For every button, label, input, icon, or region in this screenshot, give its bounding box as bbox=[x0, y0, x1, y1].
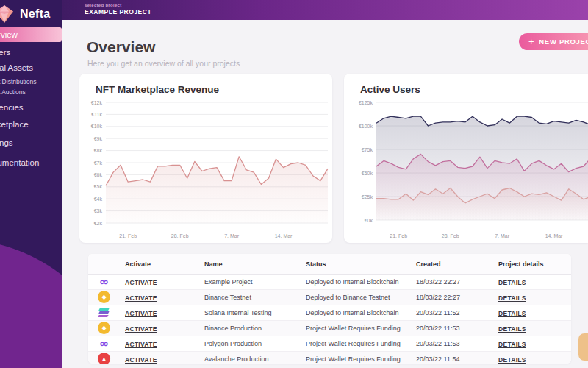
sidebar-item-label: Marketplace bbox=[0, 120, 29, 129]
sidebar-item-players[interactable]: Players bbox=[0, 46, 62, 59]
table-body: ∞ ACTIVATE Example Project Deployed to I… bbox=[88, 275, 571, 364]
revenue-chart-title: NFT Marketplace Revenue bbox=[96, 84, 219, 95]
chat-widget-button[interactable] bbox=[578, 333, 588, 361]
svg-text:€2k: €2k bbox=[94, 221, 103, 226]
sidebar-item-digital-assets[interactable]: Digital Assets bbox=[0, 61, 62, 74]
table-row: ∞ ACTIVATE Example Project Deployed to I… bbox=[88, 275, 571, 290]
table-row: ▲ ACTIVATE Avalanche Production Project … bbox=[88, 352, 571, 364]
svg-text:€3k: €3k bbox=[94, 208, 103, 213]
created-cell: 18/03/22 22:27 bbox=[416, 294, 460, 301]
sidebar-item-label: Overview bbox=[0, 30, 18, 39]
details-link[interactable]: DETAILS bbox=[498, 325, 526, 333]
svg-text:€25k: €25k bbox=[362, 194, 373, 199]
sidebar-item-overview[interactable]: Overview bbox=[0, 27, 62, 42]
project-name-cell: Polygon Production bbox=[204, 340, 262, 347]
binance-icon: ◆ bbox=[98, 291, 110, 303]
project-name-cell: Avalanche Production bbox=[204, 355, 268, 363]
status-cell: Project Wallet Requires Funding bbox=[306, 340, 401, 347]
new-project-button[interactable]: + NEW PROJECT bbox=[519, 33, 588, 50]
details-link[interactable]: DETAILS bbox=[498, 356, 526, 364]
sidebar-item-asset-distributions[interactable]: Asset Distributions bbox=[0, 77, 62, 86]
activate-link[interactable]: ACTIVATE bbox=[125, 356, 157, 364]
activate-link[interactable]: ACTIVATE bbox=[125, 325, 157, 333]
table-column-header: Status bbox=[306, 261, 326, 268]
revenue-line-chart: €12k€11k€10k€9k€8k€7k€6k€5k€4k€3k€2k21. … bbox=[85, 99, 331, 240]
sidebar-item-label: Documentation bbox=[0, 158, 39, 167]
svg-text:€8k: €8k bbox=[94, 148, 103, 153]
details-link[interactable]: DETAILS bbox=[498, 310, 526, 317]
sidebar-item-label: Asset Auctions bbox=[0, 88, 26, 96]
table-column-header: Name bbox=[204, 261, 223, 268]
topbar: selected project EXAMPLE PROJECT bbox=[62, 0, 588, 20]
svg-text:€9k: €9k bbox=[94, 136, 103, 141]
svg-text:€50k: €50k bbox=[362, 171, 373, 176]
table-row: ACTIVATE Solana Internal Testing Deploye… bbox=[88, 305, 571, 321]
sidebar-item-label: Asset Distributions bbox=[0, 78, 36, 85]
svg-text:€10k: €10k bbox=[91, 124, 103, 129]
table-header: Activate Name Status Created Project det… bbox=[88, 254, 571, 275]
svg-text:€75k: €75k bbox=[362, 147, 373, 152]
table-row: ◆ ACTIVATE Binance Production Project Wa… bbox=[88, 321, 571, 336]
avalanche-icon: ▲ bbox=[98, 353, 110, 364]
svg-text:€0k: €0k bbox=[365, 218, 373, 223]
sidebar-item-label: Settings bbox=[0, 138, 13, 147]
nefta-gem-icon bbox=[0, 4, 15, 24]
svg-text:€4k: €4k bbox=[94, 197, 103, 202]
active-users-chart-title: Active Users bbox=[360, 84, 420, 95]
created-cell: 20/03/22 11:53 bbox=[416, 340, 459, 347]
revenue-chart-card: NFT Marketplace Revenue €12k€11k€10k€9k€… bbox=[79, 74, 332, 243]
activate-link[interactable]: ACTIVATE bbox=[125, 310, 157, 317]
svg-text:28. Feb: 28. Feb bbox=[171, 233, 189, 238]
svg-text:28. Feb: 28. Feb bbox=[442, 233, 459, 238]
status-cell: Deployed to Internal Blockchain bbox=[306, 278, 399, 286]
created-cell: 20/03/22 11:52 bbox=[416, 309, 459, 316]
sidebar-nav: Overview Players Digital Assets Asset Di… bbox=[0, 27, 62, 171]
project-name-cell: Binance Production bbox=[204, 325, 262, 332]
svg-text:21. Feb: 21. Feb bbox=[390, 233, 407, 238]
project-name-cell: Example Project bbox=[204, 278, 253, 286]
table-column-header: Activate bbox=[125, 261, 151, 268]
created-cell: 18/03/22 22:27 bbox=[416, 278, 460, 286]
status-cell: Deployed to Internal Blockchain bbox=[306, 309, 399, 316]
table-column-header: Created bbox=[416, 261, 441, 268]
selected-project-label: selected project bbox=[85, 3, 122, 7]
sidebar-item-currencies[interactable]: Currencies bbox=[0, 101, 62, 114]
project-name-cell: Binance Testnet bbox=[204, 294, 251, 301]
sidebar: Nefta Overview Players Digital Assets As… bbox=[0, 0, 62, 368]
details-link[interactable]: DETAILS bbox=[498, 341, 526, 348]
activate-link[interactable]: ACTIVATE bbox=[125, 279, 157, 286]
sidebar-item-documentation[interactable]: Documentation bbox=[0, 156, 62, 169]
svg-text:€5k: €5k bbox=[94, 184, 103, 189]
sidebar-item-marketplace[interactable]: Marketplace bbox=[0, 118, 62, 131]
new-project-button-label: NEW PROJECT bbox=[539, 38, 588, 46]
table-column-header: Project details bbox=[498, 261, 544, 268]
svg-text:€6k: €6k bbox=[94, 172, 103, 177]
polygon-icon: ∞ bbox=[98, 337, 110, 350]
status-cell: Project Wallet Requires Funding bbox=[306, 355, 401, 363]
status-cell: Project Wallet Requires Funding bbox=[306, 325, 401, 332]
svg-text:€125k: €125k bbox=[359, 100, 373, 105]
sidebar-item-label: Digital Assets bbox=[0, 63, 33, 72]
selected-project-name[interactable]: EXAMPLE PROJECT bbox=[85, 8, 151, 15]
svg-text:14. Mar: 14. Mar bbox=[545, 233, 563, 238]
project-name-cell: Solana Internal Testing bbox=[204, 309, 271, 316]
logo: Nefta bbox=[0, 3, 62, 25]
activate-link[interactable]: ACTIVATE bbox=[125, 341, 157, 348]
created-cell: 20/03/22 11:54 bbox=[416, 355, 459, 363]
svg-text:14. Mar: 14. Mar bbox=[275, 233, 293, 238]
activate-link[interactable]: ACTIVATE bbox=[125, 294, 157, 302]
table-row: ∞ ACTIVATE Polygon Production Project Wa… bbox=[88, 336, 571, 352]
sidebar-item-label: Players bbox=[0, 48, 10, 57]
sidebar-item-asset-auctions[interactable]: Asset Auctions bbox=[0, 87, 62, 96]
svg-text:€100k: €100k bbox=[359, 124, 373, 129]
svg-text:€7k: €7k bbox=[94, 160, 103, 166]
logo-text: Nefta bbox=[20, 7, 51, 21]
created-cell: 20/03/22 11:53 bbox=[416, 325, 459, 332]
solana-icon bbox=[98, 306, 110, 319]
details-link[interactable]: DETAILS bbox=[498, 294, 526, 302]
sidebar-item-settings[interactable]: Settings bbox=[0, 136, 62, 149]
status-cell: Deployed to Binance Testnet bbox=[306, 294, 390, 301]
details-link[interactable]: DETAILS bbox=[498, 279, 526, 286]
polygon-icon: ∞ bbox=[98, 275, 110, 288]
svg-text:21. Feb: 21. Feb bbox=[119, 233, 137, 238]
